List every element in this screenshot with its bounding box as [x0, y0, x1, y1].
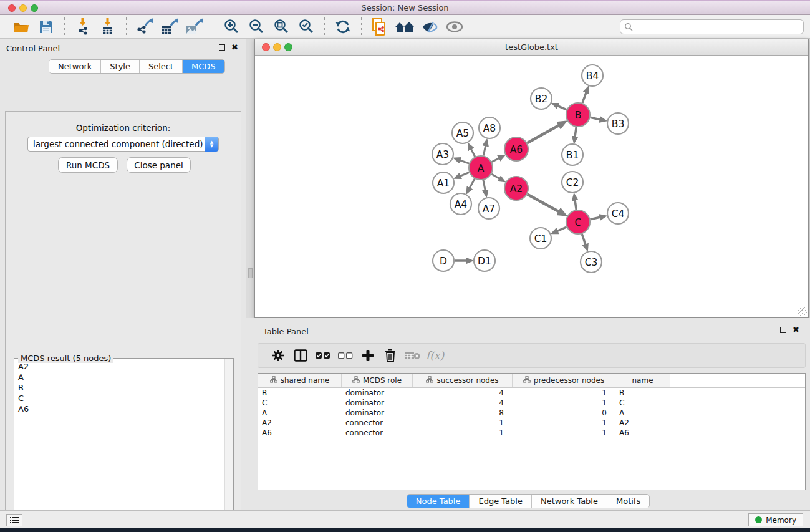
zoom-selected-icon[interactable]	[296, 17, 317, 36]
table-cell[interactable]: 1	[513, 388, 615, 398]
table-cell[interactable]: A2	[258, 418, 342, 428]
table-settings-icon[interactable]	[267, 346, 289, 365]
edge-A-A7[interactable]	[483, 180, 486, 191]
float-table-panel-icon[interactable]	[780, 327, 786, 333]
column-header-shared-name[interactable]: shared name	[258, 374, 342, 387]
vertical-splitter-handle[interactable]	[248, 268, 253, 278]
optimization-criterion-dropdown[interactable]: largest connected component (directed) ▲…	[27, 137, 219, 152]
select-all-columns-icon[interactable]	[312, 346, 334, 365]
show-all-icon[interactable]	[444, 17, 465, 36]
tab-node-table[interactable]: Node Table	[407, 495, 470, 508]
graph-node-B4[interactable]: B4	[582, 65, 603, 86]
close-panel-button[interactable]: Close panel	[127, 157, 191, 173]
edge-A6-B[interactable]	[528, 125, 560, 143]
graph-node-A6[interactable]: A6	[504, 137, 528, 161]
tab-network[interactable]: Network	[49, 60, 101, 73]
window-resize-grip[interactable]	[798, 307, 807, 316]
close-traffic-light[interactable]	[8, 4, 16, 12]
column-header-predecessor-nodes[interactable]: predecessor nodes	[513, 374, 615, 387]
import-table-icon[interactable]	[97, 17, 118, 36]
search-input[interactable]	[620, 19, 804, 34]
mcds-result-item[interactable]: A	[15, 372, 224, 382]
edge-A-A6[interactable]	[492, 158, 500, 162]
table-cell[interactable]: connector	[342, 418, 413, 428]
edge-B-B3[interactable]	[591, 117, 601, 120]
first-neighbors-icon[interactable]	[394, 17, 415, 36]
graph-node-C4[interactable]: C4	[607, 203, 629, 224]
graph-node-A1[interactable]: A1	[433, 172, 454, 193]
graph-node-A2[interactable]: A2	[504, 177, 528, 200]
graph-node-D[interactable]: D	[433, 250, 454, 271]
deselect-all-columns-icon[interactable]	[334, 346, 357, 365]
graph-node-D1[interactable]: D1	[474, 250, 495, 271]
graph-node-B1[interactable]: B1	[562, 144, 583, 165]
table-cell[interactable]: dominator	[342, 408, 413, 418]
edge-A-A8[interactable]	[483, 145, 486, 155]
network-minimize-traffic-light[interactable]	[273, 43, 281, 51]
edge-C-C3[interactable]	[582, 234, 586, 245]
tab-edge-table[interactable]: Edge Table	[470, 495, 531, 508]
graph-node-B[interactable]: B	[566, 103, 590, 127]
table-cell[interactable]: 0	[513, 408, 615, 418]
export-image-icon[interactable]	[184, 17, 205, 36]
edge-B-B1[interactable]	[575, 127, 576, 138]
network-window-titlebar[interactable]: testGlobe.txt	[255, 39, 808, 56]
mcds-result-item[interactable]: B	[15, 382, 224, 393]
edge-A-A5[interactable]	[471, 148, 475, 157]
edge-A-A3[interactable]	[459, 160, 469, 164]
graph-node-A[interactable]: A	[469, 156, 493, 180]
table-cell[interactable]: connector	[342, 428, 413, 438]
add-column-icon[interactable]	[357, 346, 379, 365]
graph-node-A8[interactable]: A8	[479, 117, 500, 138]
graph-node-C[interactable]: C	[566, 210, 590, 234]
hide-selected-icon[interactable]	[419, 17, 440, 36]
zoom-out-icon[interactable]	[246, 17, 267, 36]
table-cell[interactable]: A2	[615, 418, 670, 428]
zoom-fit-icon[interactable]	[271, 17, 292, 36]
edge-A-A2[interactable]	[491, 174, 500, 179]
result-scrollbar[interactable]	[224, 359, 233, 532]
new-network-from-selection-icon[interactable]	[369, 17, 390, 36]
table-cell[interactable]: C	[258, 398, 342, 408]
table-cell[interactable]: 4	[413, 398, 513, 408]
export-table-icon[interactable]	[159, 17, 180, 36]
table-cell[interactable]: dominator	[342, 398, 413, 408]
maximize-traffic-light[interactable]	[31, 4, 38, 12]
close-panel-icon[interactable]: ✖	[231, 44, 238, 51]
table-cell[interactable]: 1	[513, 418, 615, 428]
table-cell[interactable]: B	[258, 388, 342, 398]
table-cell[interactable]: 8	[413, 408, 513, 418]
table-cell[interactable]: 1	[513, 428, 615, 438]
network-close-traffic-light[interactable]	[262, 43, 270, 51]
tab-style[interactable]: Style	[101, 60, 140, 73]
float-panel-icon[interactable]	[219, 44, 225, 51]
graph-node-A7[interactable]: A7	[478, 198, 499, 219]
delete-column-icon[interactable]	[379, 346, 402, 365]
tab-mcds[interactable]: MCDS	[183, 60, 224, 73]
edge-C-C4[interactable]	[591, 217, 601, 220]
graph-node-C1[interactable]: C1	[530, 228, 551, 249]
table-row[interactable]: A2connector11A2	[258, 418, 805, 428]
table-cell[interactable]: A	[258, 408, 342, 418]
close-table-panel-icon[interactable]: ✖	[793, 327, 799, 333]
split-columns-icon[interactable]	[289, 346, 312, 365]
edge-A-A1[interactable]	[460, 172, 469, 176]
edge-B-B4[interactable]	[582, 92, 587, 103]
column-header-name[interactable]: name	[615, 374, 670, 387]
edge-A-A4[interactable]	[470, 179, 475, 189]
column-header-successor-nodes[interactable]: successor nodes	[413, 374, 513, 387]
memory-button[interactable]: Memory	[748, 513, 803, 526]
table-cell[interactable]: 1	[513, 398, 615, 408]
import-network-icon[interactable]	[72, 17, 94, 36]
minimize-traffic-light[interactable]	[19, 4, 27, 12]
graph-node-C3[interactable]: C3	[581, 251, 602, 273]
table-cell[interactable]: C	[615, 398, 670, 408]
graph-node-A3[interactable]: A3	[432, 143, 453, 165]
edge-C-C1[interactable]	[557, 227, 567, 231]
zoom-in-icon[interactable]	[221, 17, 242, 36]
graph-node-A5[interactable]: A5	[452, 122, 473, 143]
export-network-icon[interactable]	[134, 17, 155, 36]
tab-select[interactable]: Select	[140, 60, 183, 73]
mcds-result-item[interactable]: A2	[15, 361, 224, 372]
graph-node-A4[interactable]: A4	[450, 193, 471, 215]
